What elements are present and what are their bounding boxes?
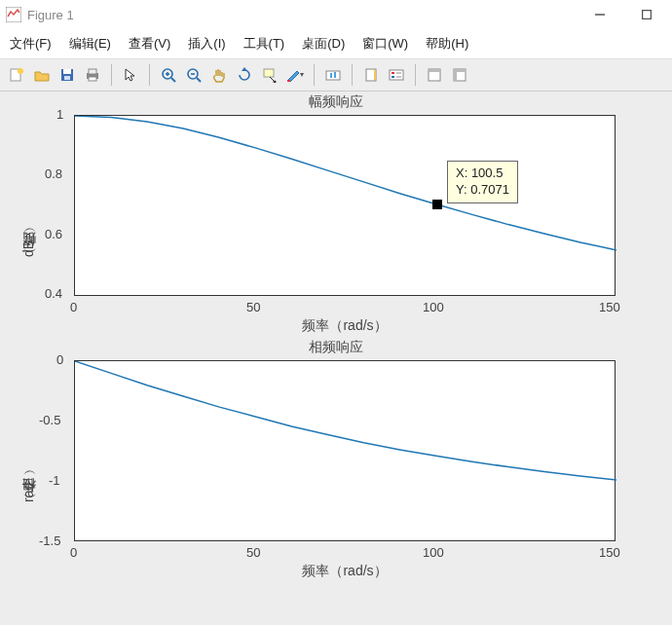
chart2-xtick: 100 [423, 545, 444, 560]
chart1-ytick: 0.4 [45, 286, 62, 301]
datatip-y: Y: 0.7071 [456, 182, 509, 199]
app-icon [6, 7, 21, 22]
chart1-ylabel: 幅度（dB） [19, 160, 37, 257]
svg-rect-36 [454, 69, 466, 72]
chart2-xtick: 150 [599, 545, 620, 560]
toolbar-separator [352, 64, 353, 86]
toolbar [0, 58, 672, 92]
save-button[interactable] [56, 64, 78, 86]
chart2-ylabel: 相位（rad） [19, 405, 37, 502]
toolbar-separator [415, 64, 416, 86]
zoom-in-button[interactable] [158, 64, 179, 86]
rotate-button[interactable] [234, 64, 255, 86]
svg-rect-23 [330, 73, 332, 78]
svg-rect-33 [429, 69, 440, 72]
svg-rect-27 [390, 70, 403, 80]
data-cursor-button[interactable] [259, 64, 280, 86]
menu-view[interactable]: 查看(V) [129, 35, 170, 53]
svg-rect-7 [64, 76, 70, 80]
toolbar-separator [111, 64, 112, 86]
figure-area: 幅频响应 X: 100.5 Y: 0.7071 0.4 0.6 0.8 1 0 … [0, 92, 672, 625]
window-title: Figure 1 [27, 8, 586, 22]
chart1-xtick: 100 [423, 300, 444, 314]
svg-line-19 [270, 77, 274, 81]
menubar: 文件(F) 编辑(E) 查看(V) 插入(I) 工具(T) 桌面(D) 窗口(W… [0, 29, 672, 58]
svg-rect-21 [287, 80, 290, 82]
legend-button[interactable] [386, 64, 407, 86]
chart2-xtick: 50 [246, 545, 260, 560]
menu-edit[interactable]: 编辑(E) [69, 35, 111, 53]
pan-button[interactable] [208, 64, 230, 86]
chart2-axes[interactable] [74, 360, 616, 541]
svg-line-16 [197, 78, 201, 82]
chart1-xtick: 150 [599, 300, 620, 314]
chart2-line [75, 361, 616, 542]
chart2-title: 相频响应 [0, 339, 672, 356]
toolbar-separator [314, 64, 315, 86]
svg-rect-22 [326, 71, 340, 80]
datatip-x: X: 100.5 [456, 165, 509, 182]
svg-rect-9 [89, 69, 96, 74]
menu-help[interactable]: 帮助(H) [426, 35, 468, 53]
data-cursor-tooltip[interactable]: X: 100.5 Y: 0.7071 [447, 161, 518, 203]
menu-tools[interactable]: 工具(T) [243, 35, 285, 53]
chart2-xtick: 0 [70, 545, 77, 560]
chart1-line [75, 116, 616, 297]
svg-point-4 [18, 68, 23, 74]
chart1-ytick: 1 [56, 107, 63, 122]
data-cursor-marker[interactable] [432, 200, 442, 209]
chart1-xtick: 50 [246, 300, 260, 314]
menu-insert[interactable]: 插入(I) [188, 35, 225, 53]
link-data-button[interactable] [322, 64, 344, 86]
svg-rect-18 [264, 69, 274, 77]
menu-window[interactable]: 窗口(W) [362, 35, 408, 53]
svg-rect-6 [63, 69, 71, 74]
pointer-button[interactable] [120, 64, 141, 86]
chart2-ytick: -1 [49, 473, 60, 488]
chart1-axes[interactable]: X: 100.5 Y: 0.7071 [74, 115, 616, 296]
chart2-xlabel: 频率（rad/s） [74, 563, 616, 580]
svg-rect-24 [334, 72, 336, 78]
chart2-ytick: 0 [56, 352, 63, 367]
svg-rect-26 [374, 70, 376, 80]
print-button[interactable] [82, 64, 103, 86]
chart2-ytick: -1.5 [39, 533, 60, 548]
toolbar-separator [149, 64, 150, 86]
minimize-button[interactable] [586, 5, 614, 24]
chart1-xtick: 0 [70, 300, 77, 314]
hide-tools-button[interactable] [424, 64, 445, 86]
open-button[interactable] [31, 64, 53, 86]
chart1-ytick: 0.8 [45, 166, 62, 181]
titlebar: Figure 1 [0, 0, 672, 29]
zoom-out-button[interactable] [183, 64, 205, 86]
menu-file[interactable]: 文件(F) [10, 35, 52, 53]
chart1-xlabel: 频率（rad/s） [74, 317, 616, 335]
brush-button[interactable] [284, 64, 306, 86]
chart2-ytick: -0.5 [39, 413, 60, 427]
svg-line-12 [171, 78, 175, 82]
new-figure-button[interactable] [6, 64, 27, 86]
svg-rect-10 [89, 77, 96, 81]
chart1-title: 幅频响应 [0, 93, 672, 111]
menu-desktop[interactable]: 桌面(D) [302, 35, 345, 53]
maximize-button[interactable] [633, 5, 660, 24]
show-tools-button[interactable] [449, 64, 470, 86]
chart1-ytick: 0.6 [45, 227, 62, 241]
colorbar-button[interactable] [360, 64, 382, 86]
svg-rect-2 [643, 11, 652, 19]
